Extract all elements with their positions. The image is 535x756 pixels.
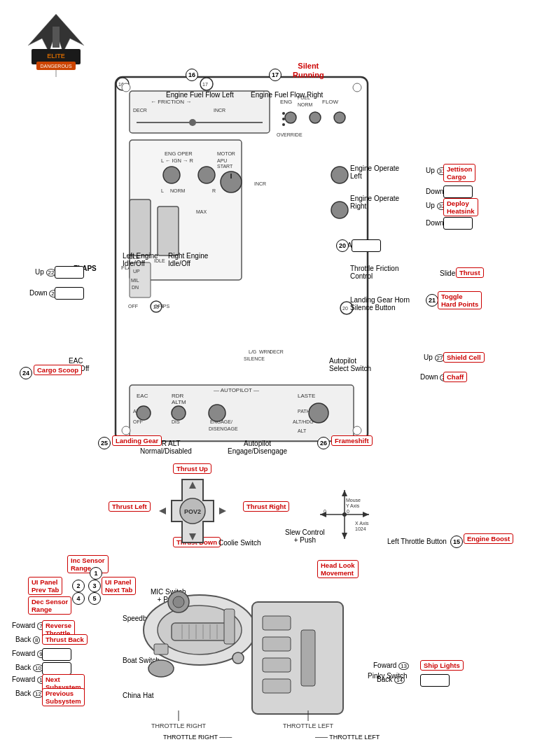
svg-text:ALT/HDG: ALT/HDG — [293, 419, 314, 424]
ship-lights-binding[interactable]: Ship Lights — [420, 660, 464, 671]
landing-gear-binding[interactable]: Landing Gear — [112, 435, 162, 446]
svg-point-133 — [232, 652, 244, 664]
svg-text:X Axis: X Axis — [355, 521, 369, 526]
thrust-back-binding[interactable]: Thrust Back — [42, 634, 88, 645]
svg-rect-122 — [263, 679, 291, 693]
silent-running-label: SilentRunning — [293, 62, 324, 80]
svg-text:— AUTOPILOT —: — AUTOPILOT — — [214, 387, 259, 393]
svg-text:THROTTLE RIGHT: THROTTLE RIGHT — [151, 722, 207, 729]
toggle-hard-points-binding[interactable]: ToggleHard Points — [438, 291, 482, 309]
shield-cell-binding[interactable]: Shield Cell — [443, 352, 485, 363]
main-container: ELITE DANGEROUS ← FRICTION → DECR INCR E… — [0, 0, 535, 756]
svg-point-65 — [309, 403, 328, 423]
foward-9-label: Foward 9 — [12, 650, 45, 657]
svg-point-129 — [173, 596, 184, 608]
coolie-switch-label: Coolie Switch — [218, 539, 261, 547]
svg-text:EAC: EAC — [137, 393, 148, 399]
number-4: 4 — [72, 592, 85, 605]
svg-marker-98 — [342, 490, 347, 496]
foward-7-label: Foward 7 — [12, 622, 45, 629]
svg-rect-40 — [158, 206, 179, 255]
svg-point-23 — [310, 112, 321, 123]
svg-text:INCR: INCR — [254, 181, 266, 186]
svg-rect-121 — [263, 658, 291, 672]
thrust-right-binding[interactable]: Thrust Right — [243, 501, 289, 512]
number-24: 24 — [20, 367, 32, 379]
back-8-label: Back 8 — [15, 636, 40, 643]
svg-text:DN: DN — [132, 285, 139, 290]
svg-rect-119 — [263, 616, 291, 630]
axis-diagram-svg: Mouse Y Axis 0 X Axis 1024 0 — [317, 486, 373, 542]
svg-text:ALTM: ALTM — [172, 399, 186, 405]
back-10-empty — [42, 662, 71, 675]
svg-point-131 — [148, 660, 174, 677]
thrust-left-binding[interactable]: Thrust Left — [109, 501, 151, 512]
number-21: 21 — [426, 294, 438, 307]
svg-text:20: 20 — [342, 306, 348, 311]
svg-text:ALT: ALT — [298, 428, 307, 433]
dec-sensor-binding[interactable]: Dec SensorRange — [28, 596, 71, 615]
svg-point-86 — [353, 83, 361, 92]
back-14-label: Back 14 — [377, 676, 405, 683]
chaff-binding[interactable]: Chaff — [443, 372, 467, 382]
number-16: 16 — [186, 69, 198, 81]
number-25: 25 — [98, 437, 111, 449]
svg-text:NORM: NORM — [170, 188, 186, 193]
empty-box-2 — [443, 217, 473, 230]
svg-text:L ← IGN → R: L ← IGN → R — [161, 158, 194, 164]
svg-text:OVERRIDE: OVERRIDE — [277, 132, 303, 137]
svg-text:SILENCE: SILENCE — [244, 356, 265, 361]
svg-point-87 — [122, 426, 130, 435]
svg-text:L: L — [161, 188, 164, 193]
svg-text:1024: 1024 — [355, 526, 366, 531]
engine-boost-binding[interactable]: Engine Boost — [464, 533, 513, 544]
svg-text:START: START — [217, 164, 233, 169]
inc-sensor-binding[interactable]: Inc SensorRange — [67, 555, 109, 573]
jettison-cargo-binding[interactable]: JettisonCargo — [443, 164, 475, 182]
svg-point-13 — [189, 119, 196, 126]
number-5: 5 — [88, 592, 101, 605]
thrust-binding[interactable]: Thrust — [456, 267, 484, 278]
svg-rect-123 — [301, 630, 315, 686]
ui-prev-tab-binding[interactable]: UI PanelPrev Tab — [28, 577, 62, 595]
empty-box-1 — [443, 186, 473, 198]
svg-text:0: 0 — [347, 509, 349, 514]
elite-dangerous-logo: ELITE DANGEROUS — [14, 7, 98, 77]
autopilot-select-label: AutopilotSelect Switch — [329, 357, 371, 372]
throttle-left-label: —— THROTTLE LEFT — [315, 734, 380, 741]
slew-control-label: Slew Control+ Push — [285, 528, 325, 544]
svg-rect-39 — [130, 200, 151, 255]
thrust-up-binding[interactable]: Thrust Up — [173, 463, 211, 474]
svg-marker-99 — [342, 533, 347, 539]
cargo-scoop-binding[interactable]: Cargo Scoop — [34, 365, 82, 375]
svg-point-72 — [331, 167, 348, 183]
throttle-friction-label: Throttle FrictionControl — [350, 265, 398, 280]
svg-point-18 — [282, 112, 285, 115]
svg-text:POV2: POV2 — [184, 508, 201, 515]
up-22-label: Up 22 — [35, 268, 56, 276]
autopilot-engage-label: AutopilotEngage/Disengage — [228, 440, 287, 455]
frameshift-binding[interactable]: Frameshift — [331, 435, 373, 446]
left-throttle-btn-label: Left Throttle Button — [387, 538, 447, 545]
svg-text:DANGEROUS: DANGEROUS — [40, 64, 71, 69]
svg-text:17: 17 — [202, 82, 208, 87]
prev-subsystem-binding[interactable]: PreviousSubsystem — [42, 688, 85, 706]
engine-fuel-flow-left-label: Engine Fuel Flow Left — [166, 91, 234, 99]
number-15: 15 — [450, 536, 463, 548]
svg-rect-132 — [154, 644, 168, 654]
svg-text:Y Axis: Y Axis — [346, 503, 360, 508]
svg-text:Mouse: Mouse — [346, 498, 361, 503]
engine-fuel-flow-right-label: Engine Fuel Flow Right — [251, 91, 323, 99]
number-3: 3 — [88, 580, 101, 592]
svg-text:DECR: DECR — [133, 108, 147, 113]
svg-text:PATH: PATH — [298, 409, 310, 414]
svg-point-66 — [137, 406, 151, 420]
svg-text:MIL: MIL — [131, 278, 139, 283]
deploy-heatsink-binding[interactable]: DeployHeatsink — [443, 198, 478, 216]
svg-text:OFF: OFF — [128, 304, 138, 309]
svg-point-28 — [163, 167, 180, 183]
svg-rect-1 — [53, 27, 60, 48]
engine-operate-right-label: Engine OperateRight — [350, 195, 399, 210]
svg-text:MOTOR: MOTOR — [217, 151, 235, 156]
svg-rect-130 — [224, 609, 235, 644]
